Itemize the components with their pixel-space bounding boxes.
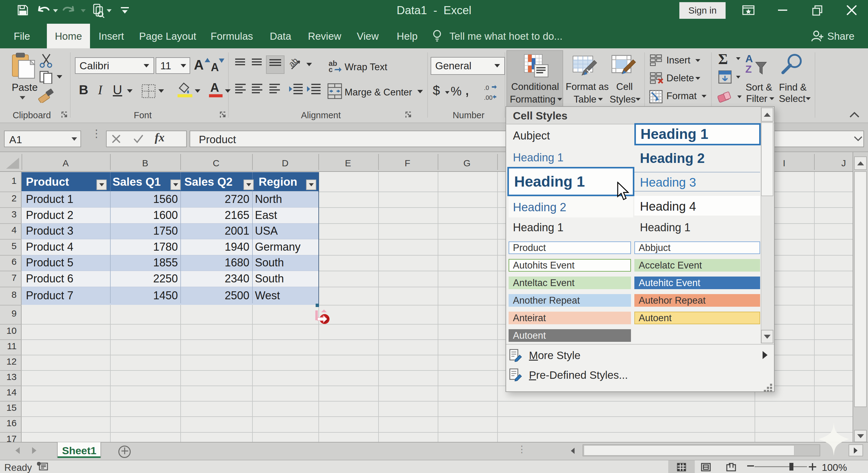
svg-text:c: c <box>329 65 333 73</box>
svg-text:ab: ab <box>290 57 300 69</box>
svg-text:A: A <box>745 53 753 64</box>
svg-text:Z: Z <box>745 63 752 75</box>
svg-text:.0: .0 <box>484 85 489 91</box>
svg-text:.00: .00 <box>484 94 493 101</box>
